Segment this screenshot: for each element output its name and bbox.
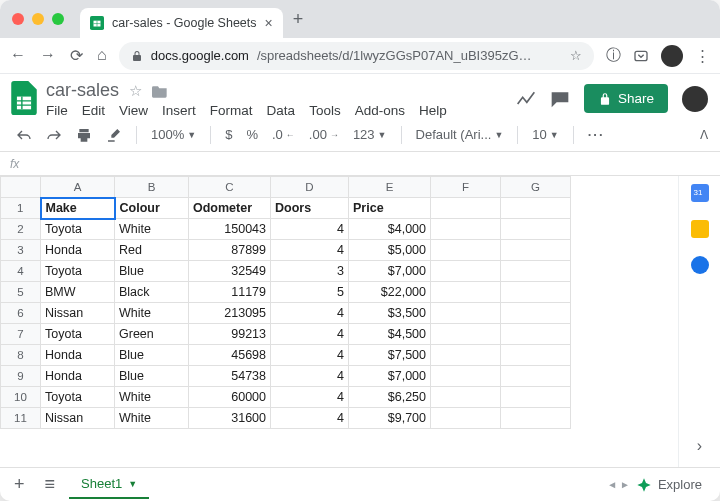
menu-view[interactable]: View: [119, 103, 148, 118]
comments-icon[interactable]: [550, 90, 570, 108]
row-header[interactable]: 2: [1, 219, 41, 240]
format-menu[interactable]: 123▼: [349, 124, 391, 145]
cell[interactable]: [501, 198, 571, 219]
cell[interactable]: 4: [271, 345, 349, 366]
cell[interactable]: Green: [115, 324, 189, 345]
tasks-addon-icon[interactable]: [691, 256, 709, 274]
menu-addons[interactable]: Add-ons: [355, 103, 405, 118]
cell[interactable]: [501, 345, 571, 366]
cell[interactable]: Honda: [41, 366, 115, 387]
formula-bar[interactable]: fx: [0, 152, 720, 176]
toolbar-overflow[interactable]: ···: [584, 124, 609, 145]
fullscreen-window-button[interactable]: [52, 13, 64, 25]
cell[interactable]: 31600: [189, 408, 271, 429]
cell[interactable]: 150043: [189, 219, 271, 240]
cell[interactable]: 4: [271, 303, 349, 324]
sheets-logo-icon[interactable]: [10, 80, 38, 116]
star-document-icon[interactable]: ☆: [129, 82, 142, 100]
cell[interactable]: 11179: [189, 282, 271, 303]
cell[interactable]: 4: [271, 240, 349, 261]
cell[interactable]: $7,500: [349, 345, 431, 366]
cell[interactable]: 60000: [189, 387, 271, 408]
cell[interactable]: Toyota: [41, 387, 115, 408]
cell[interactable]: [501, 219, 571, 240]
column-header[interactable]: F: [431, 177, 501, 198]
cell[interactable]: White: [115, 219, 189, 240]
cell[interactable]: $9,700: [349, 408, 431, 429]
cell[interactable]: Price: [349, 198, 431, 219]
cell[interactable]: 4: [271, 366, 349, 387]
cell[interactable]: 99213: [189, 324, 271, 345]
new-tab-button[interactable]: +: [293, 9, 304, 30]
cell[interactable]: Toyota: [41, 324, 115, 345]
pocket-icon[interactable]: [633, 48, 649, 64]
cell[interactable]: [431, 261, 501, 282]
cell[interactable]: 54738: [189, 366, 271, 387]
cell[interactable]: [501, 261, 571, 282]
cell[interactable]: [501, 408, 571, 429]
back-button[interactable]: ←: [10, 46, 26, 65]
cell[interactable]: 4: [271, 324, 349, 345]
calendar-addon-icon[interactable]: [691, 184, 709, 202]
cell[interactable]: Toyota: [41, 219, 115, 240]
cell[interactable]: 4: [271, 219, 349, 240]
move-folder-icon[interactable]: [152, 84, 168, 98]
cell[interactable]: $4,500: [349, 324, 431, 345]
cell[interactable]: 3: [271, 261, 349, 282]
cell[interactable]: White: [115, 387, 189, 408]
all-sheets-button[interactable]: ≡: [39, 474, 62, 495]
cell[interactable]: [431, 303, 501, 324]
horizontal-scroll-indicator[interactable]: ◄ ►: [607, 479, 630, 490]
minimize-window-button[interactable]: [32, 13, 44, 25]
close-window-button[interactable]: [12, 13, 24, 25]
keep-addon-icon[interactable]: [691, 220, 709, 238]
cell[interactable]: Blue: [115, 345, 189, 366]
cell[interactable]: Honda: [41, 240, 115, 261]
cell[interactable]: [431, 282, 501, 303]
cell[interactable]: [501, 387, 571, 408]
cell[interactable]: Make: [41, 198, 115, 219]
sheet-tab[interactable]: Sheet1 ▼: [69, 470, 149, 499]
font-size-select[interactable]: 10▼: [528, 124, 562, 145]
menu-edit[interactable]: Edit: [82, 103, 105, 118]
row-header[interactable]: 9: [1, 366, 41, 387]
currency-button[interactable]: $: [221, 124, 236, 145]
row-header[interactable]: 5: [1, 282, 41, 303]
menu-data[interactable]: Data: [267, 103, 296, 118]
cell[interactable]: White: [115, 408, 189, 429]
menu-file[interactable]: File: [46, 103, 68, 118]
explore-button[interactable]: ◄ ► Explore: [601, 477, 712, 493]
cell[interactable]: $22,000: [349, 282, 431, 303]
hide-sidepanel-icon[interactable]: ›: [697, 437, 702, 455]
browser-tab[interactable]: car-sales - Google Sheets ×: [80, 8, 283, 38]
row-header[interactable]: 1: [1, 198, 41, 219]
cell[interactable]: Black: [115, 282, 189, 303]
cell[interactable]: Odometer: [189, 198, 271, 219]
cell[interactable]: [501, 240, 571, 261]
increase-decimal-button[interactable]: .00→: [305, 124, 343, 145]
cell[interactable]: Honda: [41, 345, 115, 366]
profile-avatar[interactable]: [661, 45, 683, 67]
cell[interactable]: $4,000: [349, 219, 431, 240]
print-button[interactable]: [72, 124, 96, 146]
zoom-select[interactable]: 100%▼: [147, 124, 200, 145]
home-button[interactable]: ⌂: [97, 46, 107, 65]
cell[interactable]: BMW: [41, 282, 115, 303]
cell[interactable]: Red: [115, 240, 189, 261]
column-header[interactable]: A: [41, 177, 115, 198]
star-icon[interactable]: ☆: [570, 48, 582, 63]
cell[interactable]: 213095: [189, 303, 271, 324]
column-header[interactable]: B: [115, 177, 189, 198]
menu-insert[interactable]: Insert: [162, 103, 196, 118]
cell[interactable]: 87899: [189, 240, 271, 261]
select-all-cell[interactable]: [1, 177, 41, 198]
cell[interactable]: Colour: [115, 198, 189, 219]
cell[interactable]: 4: [271, 408, 349, 429]
cell[interactable]: $7,000: [349, 366, 431, 387]
cell[interactable]: [501, 366, 571, 387]
cell[interactable]: $5,000: [349, 240, 431, 261]
cell[interactable]: White: [115, 303, 189, 324]
row-header[interactable]: 4: [1, 261, 41, 282]
spreadsheet-grid[interactable]: ABCDEFG1MakeColourOdometerDoorsPrice2Toy…: [0, 176, 678, 467]
cell[interactable]: [501, 282, 571, 303]
